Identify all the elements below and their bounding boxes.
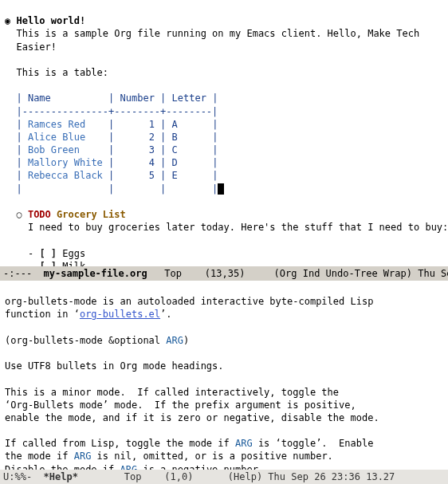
help-buffer-pane[interactable]: org-bullets-mode is an autoloaded intera… [0,281,448,470]
table-row: | Bob Green | 3 | C | [16,144,218,155]
modeline-time: Thu Sep 26 23:36 13.27 [262,471,395,482]
modeline-inactive[interactable]: U:%%- *Help* Top (1,0) (Help) Thu Sep 26… [0,470,448,484]
modeline-modes: (Help) [193,471,262,482]
help-text: ) [183,335,189,346]
heading2-text: Grocery List [57,209,126,220]
help-text: is ‘toggle’. Enable [253,438,374,449]
help-signature: (org-bullets-mode &optional [5,335,166,346]
modeline-active[interactable]: -:--- my-sample-file.org Top (13,35) (Or… [0,266,448,281]
heading2-bullet-icon: ○ [16,209,22,220]
modeline-left: -:--- [3,268,44,279]
table-row: | | | | [16,183,218,195]
help-source-link[interactable]: org-bullets.el [80,309,160,320]
help-text: ‘Org-Bullets mode’ mode. If the prefix a… [5,399,356,411]
modeline-modes: (Org Ind Undo-Tree Wrap) [245,268,412,279]
table-header-row: | Name | Number | Letter | [16,92,218,104]
text-cursor [218,183,224,195]
help-text: This is a minor mode. If called interact… [5,387,339,398]
modeline-buffer-name: *Help* [44,471,78,482]
help-text: If called from Lisp, toggle the mode if [5,438,235,449]
todo-keyword: TODO [28,209,51,220]
table-sep: |---------------+--------+--------| [16,106,218,117]
help-text: Disable the mode if [5,464,120,470]
body-line: This is a table: [16,67,108,78]
modeline-position: Top (1,0) [78,471,194,482]
help-symbol: org-bullets-mode [5,296,97,307]
checkbox[interactable]: [ ] [39,261,57,266]
help-text: function in ‘ [5,309,80,320]
checkbox[interactable]: [ ] [39,248,57,259]
help-text: Use UTF8 bullets in Org mode headings. [5,360,224,372]
table-row: | Ramces Red | 1 | A | [16,119,218,130]
body-line: This is a sample Org file running on my … [16,28,419,39]
help-arg: ARG [166,335,183,346]
help-text: enable the mode, and if it is zero or ne… [5,412,379,423]
help-text: ’. [160,309,171,320]
help-text: is nil, omitted, or is a positive number… [91,451,332,462]
heading1-bullet-icon: ◉ [5,15,10,26]
table-row: | Alice Blue | 2 | B | [16,132,218,143]
list-dash: - [28,261,33,266]
table-row: | Mallory White | 4 | D | [16,157,218,168]
modeline-time: Thu Sep 2 [412,268,448,279]
help-arg: ARG [74,451,92,462]
modeline-left: U:%%- [3,471,44,482]
list-item: Eggs [62,248,85,259]
modeline-position: Top (13,35) [147,268,246,279]
list-dash: - [28,248,33,259]
help-text: is an autoloaded interactive byte-compil… [97,296,374,307]
table-row: | Rebecca Black | 5 | E | [16,170,218,181]
list-item: Milk [62,261,85,266]
help-text: the mode if [5,451,74,462]
body-line: Easier! [16,41,57,53]
org-buffer-pane[interactable]: ◉ Hello world! This is a sample Org file… [0,0,448,266]
body-line: I need to buy groceries later today. Her… [28,222,448,233]
help-arg: ARG [235,438,253,449]
help-arg: ARG [120,464,138,470]
heading1-text: Hello world! [16,15,85,26]
help-text: is a negative number. [137,464,264,470]
modeline-buffer-name: my-sample-file.org [44,268,147,279]
